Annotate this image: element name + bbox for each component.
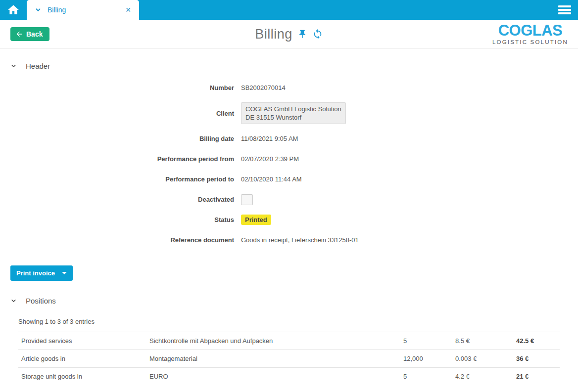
section-title: Header bbox=[26, 62, 50, 70]
section-header-positions[interactable]: Positions bbox=[10, 297, 578, 305]
field-number: Number SB2002070014 bbox=[0, 82, 578, 93]
cell-total: 21 € bbox=[516, 373, 560, 380]
pin-icon[interactable] bbox=[297, 29, 307, 39]
close-icon[interactable]: ✕ bbox=[123, 6, 133, 14]
field-label: Reference document bbox=[0, 236, 234, 244]
refresh-icon[interactable] bbox=[312, 29, 323, 40]
field-status: Status Printed bbox=[0, 214, 578, 225]
field-billing-date: Billing date 11/08/2021 9:05 AM bbox=[0, 133, 578, 144]
field-label: Billing date bbox=[0, 135, 234, 142]
field-label: Number bbox=[0, 84, 234, 91]
tab-label: Billing bbox=[46, 6, 119, 14]
field-label: Performance period from bbox=[0, 155, 234, 163]
cell-total: 42.5 € bbox=[516, 337, 560, 345]
field-value: SB2002070014 bbox=[241, 84, 286, 91]
coglas-logo: COGLAS LOGISTIC SOLUTION bbox=[492, 23, 568, 45]
deactivated-checkbox[interactable] bbox=[241, 194, 253, 205]
field-period-to: Performance period to 02/10/2020 11:44 A… bbox=[0, 174, 578, 185]
hamburger-menu-icon[interactable] bbox=[558, 5, 571, 14]
cell-quantity: 12,000 bbox=[403, 355, 455, 362]
cell-type: Article goods in bbox=[18, 355, 149, 362]
field-label: Client bbox=[0, 110, 234, 117]
cell-total: 36 € bbox=[516, 355, 560, 362]
field-deactivated: Deactivated bbox=[0, 194, 578, 205]
back-button[interactable]: Back bbox=[10, 27, 49, 41]
field-value: 02/10/2020 11:44 AM bbox=[241, 175, 302, 183]
field-period-from: Performance period from 02/07/2020 2:39 … bbox=[0, 153, 578, 165]
page-title: Billing bbox=[255, 27, 292, 42]
field-value: 02/07/2020 2:39 PM bbox=[241, 155, 299, 163]
cell-type: Storage unit goods in bbox=[18, 373, 149, 380]
tab-billing[interactable]: Billing ✕ bbox=[27, 0, 139, 20]
table-row[interactable]: Article goods in Montagematerial 12,000 … bbox=[18, 349, 560, 367]
field-label: Deactivated bbox=[0, 196, 234, 203]
field-value: 11/08/2021 9:05 AM bbox=[241, 135, 298, 142]
home-icon bbox=[7, 3, 20, 16]
print-invoice-button[interactable]: Print invoice bbox=[10, 265, 73, 281]
field-label: Status bbox=[0, 216, 234, 223]
client-box: COGLAS GmbH Logistic Solution DE 31515 W… bbox=[241, 102, 346, 124]
section-title: Positions bbox=[26, 297, 56, 305]
status-badge: Printed bbox=[241, 215, 271, 225]
home-button[interactable] bbox=[0, 0, 27, 20]
table-row[interactable]: Provided services Sichtkontrolle mit Abp… bbox=[18, 332, 560, 349]
chevron-down-icon[interactable] bbox=[10, 298, 17, 304]
header-fields: Number SB2002070014 Client COGLAS GmbH L… bbox=[0, 82, 578, 246]
table-row[interactable]: Storage unit goods in EURO 5 4.2 € 21 € bbox=[18, 367, 560, 385]
cell-description: Montagematerial bbox=[149, 355, 403, 362]
field-value: Goods in receipt, Lieferschein 331258-01 bbox=[241, 236, 359, 244]
back-button-label: Back bbox=[26, 30, 43, 38]
cell-description: Sichtkontrolle mit Abpacken und Aufpacke… bbox=[149, 337, 403, 345]
chevron-down-icon[interactable] bbox=[10, 63, 17, 69]
cell-unit-price: 4.2 € bbox=[455, 373, 516, 380]
cell-quantity: 5 bbox=[403, 373, 455, 380]
print-invoice-label: Print invoice bbox=[16, 269, 55, 277]
section-header-header[interactable]: Header bbox=[10, 62, 578, 70]
field-label: Performance period to bbox=[0, 175, 234, 183]
table-summary: Showing 1 to 3 of 3 entries bbox=[18, 318, 578, 325]
header-bar: Back Billing COGLAS LOGISTIC SOLUTION bbox=[0, 20, 578, 48]
cell-quantity: 5 bbox=[403, 337, 455, 345]
positions-table: Provided services Sichtkontrolle mit Abp… bbox=[18, 332, 560, 385]
field-client: Client COGLAS GmbH Logistic Solution DE … bbox=[0, 102, 578, 124]
logo-name: COGLAS bbox=[492, 23, 568, 38]
cell-description: EURO bbox=[149, 373, 403, 380]
arrow-left-icon bbox=[15, 30, 23, 38]
field-reference-document: Reference document Goods in receipt, Lie… bbox=[0, 234, 578, 246]
chevron-down-icon[interactable] bbox=[35, 6, 42, 13]
cell-unit-price: 8.5 € bbox=[455, 337, 516, 345]
caret-down-icon[interactable] bbox=[62, 272, 67, 274]
logo-subtitle: LOGISTIC SOLUTION bbox=[492, 39, 568, 45]
top-bar: Billing ✕ bbox=[0, 0, 578, 20]
cell-unit-price: 0.003 € bbox=[455, 355, 516, 362]
client-line-2: DE 31515 Wunstorf bbox=[245, 114, 301, 121]
cell-type: Provided services bbox=[18, 337, 149, 345]
client-line-1: COGLAS GmbH Logistic Solution bbox=[245, 105, 341, 113]
